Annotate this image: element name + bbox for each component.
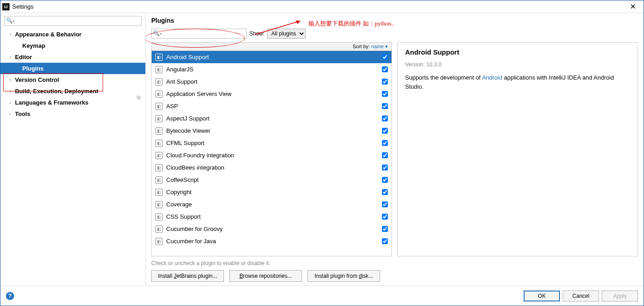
app-icon: IJ	[2, 3, 10, 10]
copy-icon[interactable]: ⧉	[137, 94, 141, 100]
plugin-search-input[interactable]	[151, 29, 247, 39]
plugin-icon: ◧	[155, 238, 163, 245]
plugin-row[interactable]: ◧Ant Support	[152, 75, 391, 88]
sidebar-item-tools[interactable]: ›Tools	[0, 108, 145, 120]
plugin-row[interactable]: ◧Android Support	[152, 51, 391, 63]
detail-description: Supports the development of Android appl…	[405, 73, 630, 91]
chevron-right-icon: ›	[10, 111, 15, 116]
install-from-disk-button[interactable]: Install plugin from disk...	[307, 270, 380, 282]
plugin-name: Cucumber for Groovy	[166, 226, 382, 232]
sidebar-item-label: Plugins	[22, 65, 44, 72]
plugin-row[interactable]: ◧Cloud Foundry integration	[152, 149, 391, 161]
plugin-checkbox[interactable]	[382, 66, 388, 72]
sidebar-item-label: Editor	[15, 54, 32, 60]
titlebar: IJ Settings ✕	[0, 0, 644, 13]
plugin-name: ASP	[166, 103, 382, 110]
help-icon[interactable]: ?	[6, 292, 14, 300]
show-label: Show:	[249, 30, 264, 37]
plugin-name: Application Servers View	[166, 90, 382, 97]
plugin-row[interactable]: ◧CFML Support	[152, 137, 391, 149]
plugin-row[interactable]: ◧AngularJS	[152, 63, 391, 75]
settings-tree: ›Appearance & BehaviorKeymap›EditorPlugi…	[0, 29, 145, 286]
plugin-icon: ◧	[155, 189, 163, 196]
android-link[interactable]: Android	[482, 74, 502, 81]
plugin-row[interactable]: ◧CloudBees integration	[152, 161, 391, 174]
plugin-row[interactable]: ◧Application Servers View	[152, 88, 391, 100]
plugin-list: ◧Android Support◧AngularJS◧Ant Support◧A…	[152, 51, 391, 256]
plugin-checkbox[interactable]	[382, 238, 388, 244]
plugin-checkbox[interactable]	[382, 91, 388, 97]
chevron-right-icon: ›	[10, 89, 15, 94]
plugin-checkbox[interactable]	[382, 177, 388, 183]
plugin-checkbox[interactable]	[382, 128, 388, 134]
sidebar-item-label: Keymap	[22, 42, 45, 49]
sidebar-item-editor[interactable]: ›Editor	[0, 51, 145, 63]
plugin-row[interactable]: ◧ASP	[152, 100, 391, 112]
window-title: Settings	[12, 3, 624, 10]
plugin-row[interactable]: ◧CSS Support	[152, 211, 391, 223]
sidebar-item-version-control[interactable]: ›Version Control	[0, 74, 145, 85]
plugin-name: CFML Support	[166, 140, 382, 146]
sidebar-item-build-execution-deployment[interactable]: ›Build, Execution, Deployment	[0, 85, 145, 97]
plugin-icon: ◧	[155, 226, 163, 233]
plugin-name: AspectJ Support	[166, 115, 382, 122]
plugin-row[interactable]: ◧Cucumber for Java	[152, 235, 391, 247]
plugin-icon: ◧	[155, 90, 163, 98]
plugin-checkbox[interactable]	[382, 54, 388, 60]
plugin-checkbox[interactable]	[382, 201, 388, 207]
plugin-search: 🔍▾	[151, 29, 247, 39]
sidebar: 🔍▾ ›Appearance & BehaviorKeymap›EditorPl…	[0, 13, 146, 286]
plugin-checkbox[interactable]	[382, 140, 388, 146]
plugin-name: Coverage	[166, 201, 382, 208]
plugin-icon: ◧	[155, 115, 163, 122]
plugin-name: Cucumber for Java	[166, 238, 382, 245]
plugin-name: Cloud Foundry integration	[166, 152, 382, 159]
sort-link[interactable]: name ▾	[371, 44, 388, 49]
plugin-icon: ◧	[155, 140, 163, 147]
plugin-row[interactable]: ◧AspectJ Support	[152, 112, 391, 125]
sidebar-item-languages-frameworks[interactable]: ›Languages & Frameworks	[0, 97, 145, 108]
plugin-row[interactable]: ◧Bytecode Viewer	[152, 125, 391, 137]
plugin-checkbox[interactable]	[382, 152, 388, 158]
hint-text: Check or uncheck a plugin to enable or d…	[151, 260, 638, 266]
detail-title: Android Support	[405, 48, 630, 56]
sidebar-search: 🔍▾	[4, 16, 142, 26]
plugin-checkbox[interactable]	[382, 103, 388, 109]
plugin-icon: ◧	[155, 127, 163, 135]
plugin-name: Copyright	[166, 189, 382, 196]
chevron-right-icon: ›	[10, 32, 15, 37]
plugin-checkbox[interactable]	[382, 79, 388, 85]
close-icon[interactable]: ✕	[624, 2, 642, 11]
plugin-checkbox[interactable]	[382, 226, 388, 232]
cancel-button[interactable]: Cancel	[563, 291, 599, 301]
plugin-row[interactable]: ◧Copyright	[152, 186, 391, 198]
plugin-row[interactable]: ◧CoffeeScript	[152, 174, 391, 186]
sidebar-item-label: Languages & Frameworks	[15, 99, 89, 106]
plugin-checkbox[interactable]	[382, 214, 388, 220]
browse-repositories-button[interactable]: Browse repositories...	[229, 270, 302, 282]
sidebar-item-keymap[interactable]: Keymap	[0, 40, 145, 51]
sidebar-item-label: Build, Execution, Deployment	[15, 88, 98, 95]
plugin-row[interactable]: ◧Cucumber for Groovy	[152, 223, 391, 235]
detail-version: Version: 10.3.0	[405, 61, 630, 68]
plugin-checkbox[interactable]	[382, 115, 388, 121]
plugin-row[interactable]: ◧Coverage	[152, 198, 391, 211]
plugin-name: CoffeeScript	[166, 176, 382, 183]
show-select[interactable]: All plugins	[267, 29, 306, 39]
install-jetbrains-button[interactable]: Install JetBrains plugin...	[151, 270, 224, 282]
sidebar-item-label: Version Control	[15, 76, 59, 83]
plugin-name: CloudBees integration	[166, 164, 382, 171]
plugin-checkbox[interactable]	[382, 165, 388, 171]
ok-button[interactable]: OK	[524, 291, 560, 301]
plugin-icon: ◧	[155, 176, 163, 184]
sidebar-search-input[interactable]	[4, 16, 142, 26]
chevron-right-icon: ›	[10, 100, 15, 105]
sidebar-item-plugins[interactable]: Plugins	[0, 63, 145, 74]
plugin-icon: ◧	[155, 66, 163, 73]
plugin-icon: ◧	[155, 152, 163, 159]
plugin-checkbox[interactable]	[382, 189, 388, 195]
plugin-name: Ant Support	[166, 78, 382, 85]
plugin-icon: ◧	[155, 164, 163, 171]
plugin-icon: ◧	[155, 78, 163, 85]
sidebar-item-appearance-behavior[interactable]: ›Appearance & Behavior	[0, 29, 145, 40]
